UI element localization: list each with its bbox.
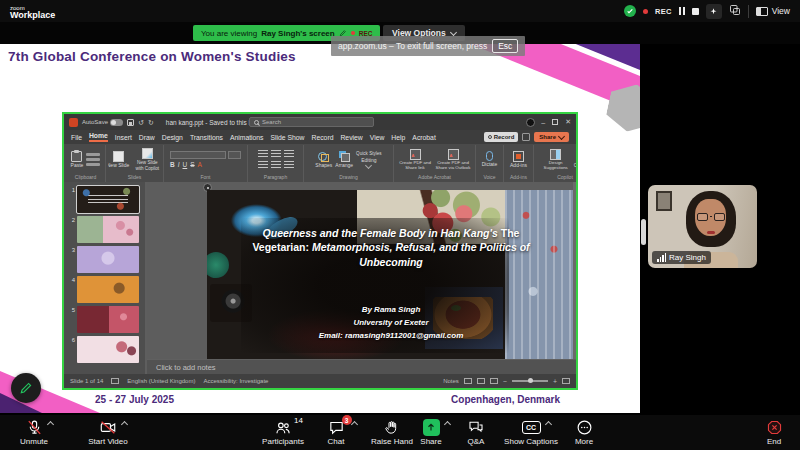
unmute-button[interactable]: Unmute: [8, 418, 60, 446]
thumbnail-image-5[interactable]: [77, 306, 139, 333]
dictate-button[interactable]: Dictate: [482, 151, 498, 168]
share-button[interactable]: Share: [408, 418, 454, 446]
share-options-chevron[interactable]: [443, 421, 450, 428]
end-button[interactable]: End: [756, 418, 792, 446]
participant-video-tile[interactable]: Ray Singh: [648, 185, 757, 268]
minimize-button[interactable]: –: [541, 119, 545, 126]
normal-view-icon[interactable]: [464, 378, 472, 384]
pause-recording-icon[interactable]: [679, 7, 685, 15]
menu-home[interactable]: Home: [89, 132, 108, 142]
participants-count: 14: [294, 416, 303, 425]
audio-options-chevron[interactable]: [46, 421, 53, 428]
security-verified-icon[interactable]: [624, 5, 636, 17]
create-pdf-button[interactable]: A Create PDF and Share link: [398, 149, 432, 171]
fit-slide-icon[interactable]: [562, 378, 570, 384]
arrange-button[interactable]: Arrange: [335, 151, 353, 169]
multi-screen-icon[interactable]: [729, 2, 741, 20]
new-slide-copilot-button[interactable]: New Slide with Copilot: [132, 148, 161, 170]
font-color-button[interactable]: A: [198, 161, 202, 168]
strikethrough-button[interactable]: S: [190, 161, 194, 168]
chat-options-chevron[interactable]: [350, 421, 357, 428]
comments-icon[interactable]: [522, 133, 530, 141]
new-slide-button[interactable]: New Slide: [108, 151, 129, 169]
zoom-in-icon[interactable]: +: [553, 378, 557, 385]
title-slide[interactable]: Queerness and the Female Body in Han Kan…: [207, 190, 575, 359]
video-panel-handle[interactable]: [641, 219, 646, 245]
menu-transitions[interactable]: Transitions: [190, 134, 223, 141]
menu-review[interactable]: Review: [340, 134, 362, 141]
menu-draw[interactable]: Draw: [139, 134, 155, 141]
copilot-button[interactable]: Copilot: [574, 151, 576, 169]
autosave-toggle[interactable]: AutoSave: [82, 119, 123, 126]
paste-button[interactable]: Paste: [71, 151, 84, 169]
redo-icon[interactable]: ↻: [148, 119, 154, 126]
show-captions-button[interactable]: CC Show Captions: [498, 418, 564, 446]
slide-thumbnail-2[interactable]: 2: [67, 216, 145, 243]
font-name-select[interactable]: [170, 151, 226, 159]
restore-button[interactable]: [552, 119, 558, 125]
addins-button[interactable]: Add-ins: [510, 151, 527, 169]
thumbnail-image-4[interactable]: [77, 276, 139, 303]
shapes-button[interactable]: Shapes: [315, 151, 332, 169]
language-indicator[interactable]: English (United Kingdom): [127, 378, 195, 384]
font-size-select[interactable]: [228, 151, 241, 159]
ppt-share-button[interactable]: Share: [534, 132, 569, 142]
italic-button[interactable]: I: [178, 161, 180, 168]
undo-icon[interactable]: ↺: [138, 119, 144, 126]
underline-button[interactable]: U: [183, 161, 188, 168]
slide-thumbnail-6[interactable]: 6: [67, 336, 145, 363]
qa-button[interactable]: Q&A: [456, 418, 496, 446]
notes-toggle[interactable]: Notes: [443, 378, 459, 384]
create-pdf-outlook-button[interactable]: A Create PDF and Share via Outlook: [435, 149, 471, 171]
thumbnail-image-6[interactable]: [77, 336, 139, 363]
save-icon[interactable]: [127, 119, 134, 126]
menu-animations[interactable]: Animations: [230, 134, 264, 141]
ribbon-group-slides: New Slide New Slide with Copilot Slides: [106, 145, 164, 182]
paragraph-buttons[interactable]: [258, 150, 294, 169]
close-button[interactable]: ✕: [565, 118, 571, 126]
bold-button[interactable]: B: [170, 161, 175, 168]
designer-button[interactable]: Design Suggestions: [541, 149, 571, 171]
start-video-button[interactable]: Start Video: [78, 418, 138, 446]
menu-file[interactable]: File: [71, 134, 82, 141]
quick-styles-button[interactable]: Quick Styles: [356, 151, 382, 156]
slide-thumbnail-1[interactable]: 1: [67, 186, 145, 213]
menu-help[interactable]: Help: [391, 134, 405, 141]
dictate-icon: [486, 151, 493, 161]
slide-thumbnail-3[interactable]: 3: [67, 246, 145, 273]
slideshow-view-icon[interactable]: [490, 378, 498, 384]
ai-companion-icon[interactable]: [706, 4, 722, 19]
canvas-scrollbar[interactable]: [573, 182, 576, 359]
thumbnail-image-3[interactable]: [77, 246, 139, 273]
notes-pane[interactable]: Click to add notes: [147, 359, 576, 374]
slide-sorter-icon[interactable]: [477, 378, 485, 384]
ribbon-group-addins: Add-ins Add-ins: [504, 145, 534, 182]
menu-insert[interactable]: Insert: [115, 134, 132, 141]
chat-button[interactable]: 3 Chat: [316, 418, 356, 446]
account-avatar[interactable]: [526, 118, 535, 127]
cut-copy-buttons[interactable]: [86, 153, 100, 166]
menu-record[interactable]: Record: [312, 134, 334, 141]
thumbnail-image-2[interactable]: [77, 216, 139, 243]
ppt-record-button[interactable]: Record: [484, 132, 519, 142]
zoom-slider[interactable]: [512, 380, 548, 382]
menu-slide-show[interactable]: Slide Show: [271, 134, 305, 141]
slide-thumbnail-4[interactable]: 4: [67, 276, 145, 303]
zoom-out-icon[interactable]: −: [503, 378, 507, 385]
menu-view[interactable]: View: [370, 134, 385, 141]
menu-design[interactable]: Design: [162, 134, 183, 141]
participants-button[interactable]: 14 Participants: [255, 418, 311, 446]
more-button[interactable]: More: [565, 418, 603, 446]
video-options-chevron[interactable]: [121, 421, 128, 428]
stop-recording-icon[interactable]: [692, 8, 699, 15]
slide-thumbnail-5[interactable]: 5: [67, 306, 145, 333]
annotate-button[interactable]: [11, 373, 41, 403]
menu-acrobat[interactable]: Acrobat: [412, 134, 435, 141]
font-style-buttons[interactable]: B I U S A: [170, 161, 202, 168]
accessibility-status[interactable]: Accessibility: Investigate: [203, 378, 268, 384]
thumbnail-image-1[interactable]: [77, 186, 139, 213]
search-input[interactable]: Search: [249, 117, 374, 127]
captions-options-chevron[interactable]: [544, 421, 551, 428]
view-layout-button[interactable]: View: [756, 6, 790, 16]
display-settings-icon[interactable]: [111, 378, 119, 384]
